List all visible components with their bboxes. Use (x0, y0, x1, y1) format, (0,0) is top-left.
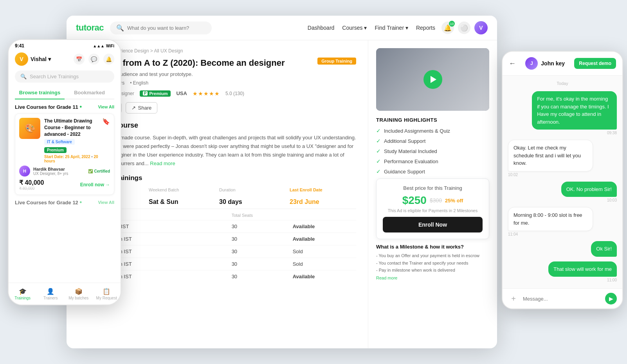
chat-date: Today (508, 81, 617, 86)
th-weekend-batch: Weekend Batch (149, 187, 215, 192)
milestone-read-more[interactable]: Read more (376, 276, 397, 280)
bottom-nav-batches[interactable]: 📦 My batches (65, 283, 93, 305)
green-dot-1: • (79, 103, 82, 110)
chat-messages: For me, it's okay in the morning if you … (508, 91, 617, 282)
status-icons: ▲▲▲ WiFi (93, 44, 114, 48)
td-duration: 30 days (219, 198, 286, 205)
card-thumbnail-1: 🎨 (19, 118, 40, 139)
chat-window: ← J John key Request demo Today For me, … (502, 51, 623, 309)
rating-stars: ★★★★★ (193, 90, 220, 97)
trainer-name-1: Hardik Bhavsar (33, 167, 85, 171)
status-bar: 9:41 ▲▲▲ WiFi (9, 40, 121, 50)
notification-bell[interactable]: 🔔 10 (441, 22, 454, 34)
chat-icon[interactable]: 💬 (88, 54, 99, 65)
trainer-info-1: Hardik Bhavsar UX Designer, 8+ yrs (33, 167, 85, 176)
check-icon: ✓ (376, 128, 381, 134)
browser-window: tutorac 🔍 Dashboard Courses ▾ Find Train… (67, 16, 497, 348)
share-label: Share (138, 105, 152, 111)
bottom-nav-trainers[interactable]: 👤 Trainers (37, 283, 65, 305)
share-button[interactable]: ↗ Share (126, 102, 158, 114)
trainer-card-1: H Hardik Bhavsar UX Designer, 8+ yrs ✅ C… (19, 166, 110, 177)
notification-count: 10 (449, 21, 455, 27)
message-time: 10:03 (607, 198, 617, 202)
nav-reports[interactable]: Reports (416, 25, 435, 31)
highlight-item: ✓Guidance Support (376, 168, 489, 175)
message-input[interactable] (523, 296, 601, 302)
theme-toggle[interactable]: ⚪ (458, 22, 470, 34)
nav-icons: 🔔 10 ⚪ V (441, 21, 488, 34)
th-last-enroll: Last Enroll Date (290, 187, 356, 192)
send-button[interactable]: ▶ (605, 293, 617, 305)
read-more-link[interactable]: Read more (150, 160, 175, 166)
share-icon: ↗ (132, 105, 136, 111)
start-date-1: Start Date: 25 April, 2022 • 20 hours (44, 155, 98, 163)
certified-badge-1: ✅ Certified (88, 169, 110, 173)
bottom-nav-trainings[interactable]: 🎓 Trainings (9, 283, 37, 305)
section-header-1: Live Courses for Grade 11 • View All (15, 103, 114, 110)
search-placeholder-text: Search Live Trainings (30, 74, 79, 79)
chat-header: ← J John key Request demo (503, 52, 622, 76)
seat-count: 30 (232, 270, 293, 283)
view-all-1[interactable]: View All (98, 105, 114, 109)
calendar-icon[interactable]: 📅 (74, 54, 85, 65)
milestone-point: - You buy an Offer and your payment is h… (376, 252, 489, 259)
chat-message: OK. No problem Sir! 10:03 (508, 182, 617, 203)
tab-bookmarked[interactable]: Bookmarked (65, 86, 114, 99)
mobile-user: V Vishal ▾ (15, 52, 51, 66)
mobile-header: V Vishal ▾ 📅 💬 🔔 (9, 50, 121, 69)
arrow-icon: → (105, 182, 110, 187)
attach-button[interactable]: + (508, 293, 519, 304)
message-bubble: For me, it's okay in the morning if you … (532, 91, 617, 130)
right-panel: TRAINING HIGHLIGHTS ✓Included Assignment… (368, 40, 497, 348)
search-bar[interactable]: 🔍 (110, 22, 212, 34)
th-total-seats: Total Seats (232, 213, 293, 220)
seat-status: Sold (293, 258, 356, 270)
bookmark-card-1[interactable]: 🔖 (102, 118, 110, 163)
message-time: 11:04 (508, 232, 518, 236)
search-icon-mobile: 🔍 (20, 74, 27, 79)
mobile-search[interactable]: 🔍 Search Live Trainings (15, 70, 114, 83)
bottom-nav-request[interactable]: 📋 My Request (93, 283, 121, 305)
chat-back-button[interactable]: ← (509, 59, 516, 68)
premium-label: Premium (149, 91, 168, 96)
wifi-icon: WiFi (106, 44, 114, 48)
highlight-text: Study Material Included (384, 148, 437, 154)
nav-links: Dashboard Courses ▾ Find Trainer ▾ Repor… (308, 25, 435, 31)
play-triangle-icon (431, 76, 436, 83)
seat-count: 30 (232, 245, 293, 258)
bell-icon-mobile[interactable]: 🔔 (103, 54, 114, 65)
request-demo-button[interactable]: Request demo (574, 58, 616, 69)
nav-dashboard[interactable]: Dashboard (308, 25, 335, 31)
seat-count: 30 (232, 232, 293, 245)
nav-find-trainer[interactable]: Find Trainer ▾ (375, 25, 408, 31)
card-top-1: 🎨 The Ultimate Drawing Course - Beginner… (19, 118, 110, 163)
search-input[interactable] (127, 25, 198, 31)
chat-body: Today For me, it's okay in the morning i… (503, 76, 622, 288)
certified-icon: ✅ (88, 169, 93, 173)
price-main: $250 (402, 194, 427, 207)
mobile-body: Live Courses for Grade 11 • View All 🎨 T… (9, 99, 121, 282)
signal-icon: ▲▲▲ (93, 44, 104, 48)
batches-nav-icon: 📦 (75, 288, 83, 295)
message-time: 10:02 (508, 173, 518, 177)
highlight-text: Additional Support (384, 138, 425, 144)
nav-courses[interactable]: Courses ▾ (342, 25, 367, 31)
enroll-button-mobile-1[interactable]: Enroll now → (80, 182, 110, 187)
enroll-now-button[interactable]: Enroll Now (383, 217, 483, 232)
course-image[interactable] (376, 48, 489, 111)
highlight-item: ✓Study Material Included (376, 148, 489, 154)
chat-username: John key (541, 60, 565, 67)
th-avail (293, 213, 356, 220)
trainer-avatar-1: H (19, 166, 30, 177)
view-all-2[interactable]: View All (98, 200, 114, 205)
highlights-title: TRAINING HIGHLIGHTS (376, 117, 489, 123)
browser-content: Design > User Experience Design > All UX… (67, 40, 497, 348)
request-nav-icon: 📋 (103, 288, 110, 295)
message-time: 11:00 (607, 278, 617, 282)
rating-count: 5.0 (130) (225, 91, 244, 96)
user-avatar[interactable]: V (474, 21, 488, 34)
tab-browse[interactable]: Browse trainings (15, 86, 65, 99)
play-button[interactable] (423, 70, 442, 89)
price-mobile-1: ₹ 40,000 ₹ 80,000 Enroll now → (19, 179, 110, 191)
trainer-country: USA (176, 90, 187, 96)
